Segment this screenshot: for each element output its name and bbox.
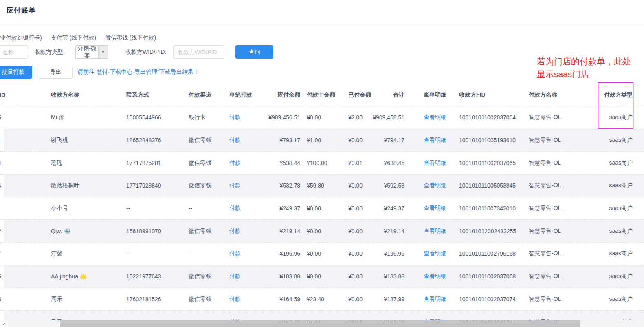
scroll-left-arrow-icon[interactable]: ‹	[0, 320, 8, 327]
horizontal-scrollbar[interactable]: ‹	[0, 320, 644, 327]
cell-payee-name: 果果	[49, 311, 122, 320]
view-detail-link[interactable]: 查看明细	[424, 296, 446, 303]
cell-total: ¥183.88	[381, 265, 422, 288]
cell-payee-fid: 100101011002037064	[457, 106, 527, 129]
query-button[interactable]: 查询	[235, 45, 273, 59]
table-row: 2 Qjw. 🐳 15618991070 微信零钱 付款 ¥219.14 ¥0.…	[0, 219, 644, 242]
cell-paying-amount: ¥0.00	[302, 220, 344, 242]
pay-link[interactable]: 付款	[229, 228, 241, 235]
col-header-payable-balance: 应付余额	[265, 84, 302, 106]
cell-single-pay: 付款	[224, 288, 265, 311]
col-header-total: 合计	[381, 84, 422, 106]
cell-paid-amount: ¥0.00	[344, 288, 381, 311]
cell-total: ¥187.99	[381, 288, 422, 311]
cell-paying-amount: ¥1.00	[302, 129, 344, 152]
payee-type-select[interactable]: 分销-微客 ∨	[75, 45, 108, 59]
cell-bill-detail: 查看明细	[422, 311, 457, 320]
cell-payee-fid: 100101011002037065	[457, 152, 527, 174]
tab-bank-card[interactable]: 业付款到银行卡)	[0, 34, 42, 42]
cell-channel: 微信零钱	[183, 288, 224, 311]
view-detail-link[interactable]: 查看明细	[424, 182, 446, 189]
page-title: 应付账单	[7, 6, 36, 15]
tab-wechat-change[interactable]: 微信零钱 (线下付款)	[105, 34, 156, 42]
cell-bill-detail: 查看明细	[422, 175, 457, 197]
cell-payer-type: saas商户	[600, 152, 644, 174]
cell-pid: 1	[0, 129, 49, 152]
cell-pid	[0, 197, 49, 220]
cell-paying-amount: ¥0.00	[302, 106, 344, 129]
pay-link[interactable]: 付款	[229, 114, 241, 121]
cell-payable-balance: ¥219.14	[265, 220, 302, 242]
horizontal-scrollbar-thumb[interactable]	[60, 320, 580, 327]
export-button[interactable]: 导出	[39, 66, 73, 79]
cell-pid: 7	[0, 243, 49, 265]
cell-payer-type: saas商户	[600, 220, 644, 242]
pay-link[interactable]: 付款	[229, 296, 241, 303]
cell-bill-detail: 查看明细	[422, 129, 457, 152]
cell-payee-name: 谢飞机	[49, 129, 122, 152]
view-detail-link[interactable]: 查看明细	[424, 114, 446, 121]
pay-link[interactable]: 付款	[229, 273, 241, 280]
cell-payer-name: 智慧零售-OL	[527, 220, 600, 242]
cell-payable-balance: ¥538.44	[265, 152, 302, 174]
cell-pid: 4	[0, 175, 49, 197]
col-header-paying-amount: 付款中金额	[302, 84, 344, 106]
cell-payer-type: saas商户	[600, 311, 644, 320]
annotation-line2: 显示saas门店	[537, 68, 639, 80]
cell-contact: 18652848376	[122, 129, 183, 152]
cell-payee-name: 汀磬	[49, 243, 122, 265]
table-header-row: PID 收款方名称 联系方式 付款渠道 单笔打款 应付余额 付款中金额 已付金额…	[0, 84, 644, 106]
pay-link[interactable]: 付款	[229, 159, 241, 167]
cell-payer-name: 智慧零售-OL	[527, 175, 600, 197]
table-row: 4 散落梧桐叶 17717928849 微信零钱 付款 ¥532.78 ¥59.…	[0, 174, 644, 197]
table-row: 5 Mr.邵 15005544966 银行卡 付款 ¥909,456.51 ¥0…	[0, 106, 644, 129]
payment-channel-tabs: 业付款到银行卡) 支付宝 (线下付款) 微信零钱 (线下付款)	[0, 34, 156, 42]
export-hint-link[interactable]: 请前往“慧付-下载中心-导出管理”下载导出结果！	[77, 68, 199, 76]
payee-type-selected-value: 分销-微客	[76, 45, 98, 60]
view-detail-link[interactable]: 查看明细	[424, 137, 446, 144]
cell-payable-balance: ¥532.78	[265, 175, 302, 197]
table-row: 4 瑶瑶 17717875281 微信零钱 付款 ¥538.44 ¥100.00…	[0, 151, 644, 174]
col-header-paid-amount: 已付金额	[344, 84, 381, 106]
pay-link[interactable]: 付款	[229, 182, 241, 189]
cell-paid-amount: ¥0.00	[344, 265, 381, 288]
cell-payable-balance: ¥909,456.51	[265, 106, 302, 129]
wid-pid-label: 收款方WID/PID:	[125, 49, 166, 56]
cell-channel: 银行卡	[183, 106, 224, 129]
cell-contact: 15221977643	[122, 265, 183, 288]
cell-payer-name: 智慧零售-OL	[527, 243, 600, 265]
pay-link[interactable]: 付款	[229, 205, 241, 212]
cell-channel: --	[183, 243, 224, 265]
cell-payee-name: 周乐	[49, 288, 122, 311]
cell-paid-amount: ¥0.00	[344, 175, 381, 197]
view-detail-link[interactable]: 查看明细	[424, 159, 446, 167]
batch-pay-button[interactable]: 批量打款	[0, 66, 32, 79]
cell-single-pay: 付款	[224, 106, 265, 129]
pay-link[interactable]: 付款	[229, 250, 241, 257]
view-detail-link[interactable]: 查看明细	[424, 205, 446, 212]
cell-payee-fid: 100101011002200749	[457, 311, 527, 320]
cell-payee-fid: 100101011005053845	[457, 175, 527, 197]
tab-alipay[interactable]: 支付宝 (线下付款)	[51, 34, 96, 42]
view-detail-link[interactable]: 查看明细	[424, 250, 446, 257]
cell-channel: 微信零钱	[183, 129, 224, 152]
col-header-payer-type: 付款方类型	[600, 84, 644, 106]
cell-payer-name: 智慧零售-OL	[527, 265, 600, 288]
cell-channel: 微信零钱	[183, 220, 224, 242]
view-detail-link[interactable]: 查看明细	[424, 273, 446, 280]
pay-link[interactable]: 付款	[229, 137, 241, 144]
cell-payable-balance: ¥183.88	[265, 265, 302, 288]
cell-single-pay: 付款	[224, 243, 265, 265]
cell-paying-amount: ¥0.00	[302, 265, 344, 288]
cell-payee-fid: 100101011002795168	[457, 243, 527, 265]
cell-paying-amount: ¥23.40	[302, 288, 344, 311]
col-header-single-pay: 单笔打款	[224, 84, 265, 106]
cell-total: ¥219.14	[381, 220, 422, 242]
table-row: 1 谢飞机 18652848376 微信零钱 付款 ¥793.17 ¥1.00 …	[0, 129, 644, 152]
wid-pid-input[interactable]	[173, 45, 224, 59]
cell-paid-amount: ¥0.01	[344, 152, 381, 174]
cell-contact: 15005544966	[122, 106, 183, 129]
table-row: 5 AA jinghua 🌟 15221977643 微信零钱 付款 ¥183.…	[0, 265, 644, 288]
name-input[interactable]	[0, 45, 28, 59]
view-detail-link[interactable]: 查看明细	[424, 228, 446, 235]
